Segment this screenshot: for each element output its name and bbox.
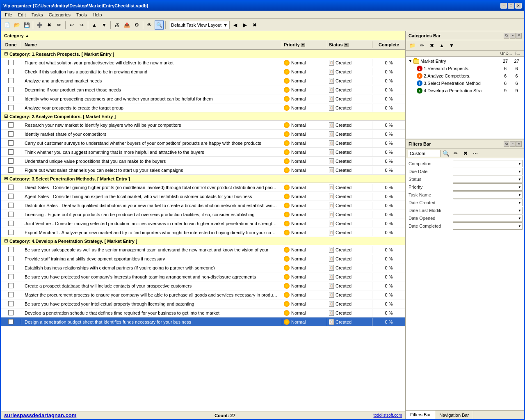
table-row[interactable]: Licensing - Figure out if your products … xyxy=(1,210,405,219)
filter-bar-minimize[interactable]: − xyxy=(510,141,516,147)
task-checkbox[interactable] xyxy=(8,301,14,306)
task-checkbox[interactable] xyxy=(8,230,14,235)
filter-dropdown-7[interactable]: ▼ xyxy=(453,215,523,222)
filter-button[interactable]: 🔍 xyxy=(155,21,164,30)
table-row[interactable]: Establish business relationships with ex… xyxy=(1,263,405,272)
table-row[interactable]: Figure out what solution your product/se… xyxy=(1,58,405,67)
task-checkbox[interactable] xyxy=(8,122,14,128)
task-checkbox[interactable] xyxy=(8,167,14,173)
menu-help[interactable]: Help xyxy=(90,11,105,18)
task-checkbox[interactable] xyxy=(8,158,14,164)
move-up-button[interactable]: ▲ xyxy=(90,21,99,30)
filter-apply-button[interactable]: 🔍 xyxy=(441,149,450,158)
table-row[interactable]: Create a prospect database that will inc… xyxy=(1,281,405,290)
category-row-1[interactable]: ⊟Category: 1.Research Prospects. [ Marke… xyxy=(1,50,405,58)
task-checkbox[interactable] xyxy=(8,319,14,324)
footer-brand[interactable]: surlespassdedartagnan.com xyxy=(4,412,76,418)
undo-button[interactable]: ↩ xyxy=(67,21,76,30)
view-button[interactable]: 👁 xyxy=(145,21,154,30)
task-checkbox[interactable] xyxy=(8,87,14,92)
add-task-button[interactable]: ➕ xyxy=(35,21,44,30)
cat-sub-item-4[interactable]: 4 4.Develop a Penetration Stra 9 9 xyxy=(415,87,523,94)
task-checkbox[interactable] xyxy=(8,149,14,155)
cat-edit-button[interactable]: ✏ xyxy=(418,41,427,50)
task-checkbox[interactable] xyxy=(8,105,14,110)
task-checkbox[interactable] xyxy=(8,310,14,315)
table-row[interactable]: Be sure you have protected your company'… xyxy=(1,272,405,281)
save-button[interactable]: 💾 xyxy=(22,21,31,30)
cat-sub-item-1[interactable]: 1 1.Research Prospects. 6 6 xyxy=(415,65,523,72)
new-button[interactable]: 📄 xyxy=(2,21,11,30)
task-checkbox[interactable] xyxy=(8,292,14,297)
task-checkbox[interactable] xyxy=(8,247,14,252)
table-row[interactable]: Design a penetration budget sheet that i… xyxy=(1,317,405,326)
menu-categories[interactable]: Categories xyxy=(46,11,73,18)
filter-dropdown-4[interactable]: ▼ xyxy=(453,191,523,199)
task-checkbox[interactable] xyxy=(8,203,14,208)
task-checkbox[interactable] xyxy=(8,265,14,270)
filter-clear-button[interactable]: ✖ xyxy=(461,149,470,158)
filter-dropdown-6[interactable]: ▼ xyxy=(453,207,523,214)
task-checkbox[interactable] xyxy=(8,283,14,288)
cat-root-expand[interactable]: ▼ xyxy=(409,59,413,63)
tab-navigation-bar[interactable]: Navigation Bar xyxy=(435,411,473,419)
task-checkbox[interactable] xyxy=(8,212,14,217)
cat-expand-icon[interactable]: ⊟ xyxy=(4,114,8,119)
table-row[interactable]: Research your new market to identify key… xyxy=(1,121,405,130)
table-row[interactable]: Analyze and understand market needs Norm… xyxy=(1,76,405,85)
cat-expand-icon[interactable]: ⊟ xyxy=(4,51,8,57)
open-button[interactable]: 📂 xyxy=(12,21,21,30)
filter-dropdown-1[interactable]: ▼ xyxy=(453,168,523,175)
filter-bar-float[interactable]: ⧉ xyxy=(504,141,509,147)
table-row[interactable]: Identity who your prospecting customers … xyxy=(1,94,405,103)
filter-more-button[interactable]: ⋯ xyxy=(471,149,480,158)
settings-button[interactable]: ⚙ xyxy=(132,21,141,30)
task-checkbox[interactable] xyxy=(8,194,14,199)
filter-custom-input[interactable] xyxy=(408,150,441,157)
table-row[interactable]: Agent Sales - Consider hiring an expert … xyxy=(1,192,405,201)
filter-dropdown-5[interactable]: ▼ xyxy=(453,199,523,206)
delete-task-button[interactable]: ✖ xyxy=(45,21,54,30)
move-down-button[interactable]: ▼ xyxy=(100,21,109,30)
menu-edit[interactable]: Edit xyxy=(16,11,28,18)
layout-next[interactable]: ▶ xyxy=(240,21,249,30)
cat-bar-minimize[interactable]: − xyxy=(510,33,516,39)
layout-prev[interactable]: ◀ xyxy=(231,21,240,30)
task-checkbox[interactable] xyxy=(8,131,14,137)
cat-expand-icon[interactable]: ⊟ xyxy=(4,176,8,181)
task-checkbox[interactable] xyxy=(8,221,14,226)
table-row[interactable]: Carry out customer surveys to understand… xyxy=(1,139,405,148)
table-row[interactable]: Check if this solution has a potential t… xyxy=(1,67,405,76)
cat-bar-float[interactable]: ⧉ xyxy=(504,33,509,39)
task-checkbox[interactable] xyxy=(8,96,14,101)
priority-filter-dropdown[interactable]: ▼ xyxy=(301,43,306,47)
table-row[interactable]: Provide staff training and skills develo… xyxy=(1,254,405,263)
close-button[interactable]: ✕ xyxy=(515,3,522,9)
export-button[interactable]: 📤 xyxy=(122,21,131,30)
table-row[interactable]: Master the procurement process to ensure… xyxy=(1,290,405,299)
filter-dropdown-0[interactable]: ▼ xyxy=(453,160,523,167)
filter-dropdown-2[interactable]: ▼ xyxy=(453,176,523,183)
cat-root-item[interactable]: ▼ Market Entry 27 27 xyxy=(407,57,523,65)
cat-bar-close[interactable]: ✕ xyxy=(516,33,522,39)
tab-filters-bar[interactable]: Filters Bar xyxy=(406,411,435,419)
footer-right-link[interactable]: todolistsoft.com xyxy=(374,413,402,418)
print-button[interactable]: 🖨 xyxy=(112,21,121,30)
category-row-3[interactable]: ⊟Category: 3.Select Penetration Methods.… xyxy=(1,175,405,183)
cat-sub-item-2[interactable]: 2 2.Analyze Competitors. 6 6 xyxy=(415,72,523,80)
category-row-4[interactable]: ⊟Category: 4.Develop a Penetration Strat… xyxy=(1,237,405,245)
table-row[interactable]: Joint Venture - Consider moving selected… xyxy=(1,219,405,228)
cat-expand-icon[interactable]: ⊟ xyxy=(4,238,8,244)
layout-dropdown[interactable]: Default Task View Layout ▼ xyxy=(169,21,230,29)
table-row[interactable]: Distributor Sales - Deal with qualified … xyxy=(1,201,405,210)
menu-file[interactable]: File xyxy=(2,11,15,18)
redo-button[interactable]: ↪ xyxy=(77,21,86,30)
cat-sub-item-3[interactable]: 3 3.Select Penetration Method 6 6 xyxy=(415,80,523,87)
category-row-2[interactable]: ⊟Category: 2.Analyze Competitors. [ Mark… xyxy=(1,112,405,121)
table-row[interactable]: Be sure you have protected your intellec… xyxy=(1,299,405,308)
filter-bar-close[interactable]: ✕ xyxy=(516,141,522,147)
table-row[interactable]: Identity market share of your competitor… xyxy=(1,130,405,139)
cat-move-up-button[interactable]: ▲ xyxy=(437,41,446,50)
edit-task-button[interactable]: ✏ xyxy=(55,21,64,30)
maximize-button[interactable]: □ xyxy=(508,3,514,9)
